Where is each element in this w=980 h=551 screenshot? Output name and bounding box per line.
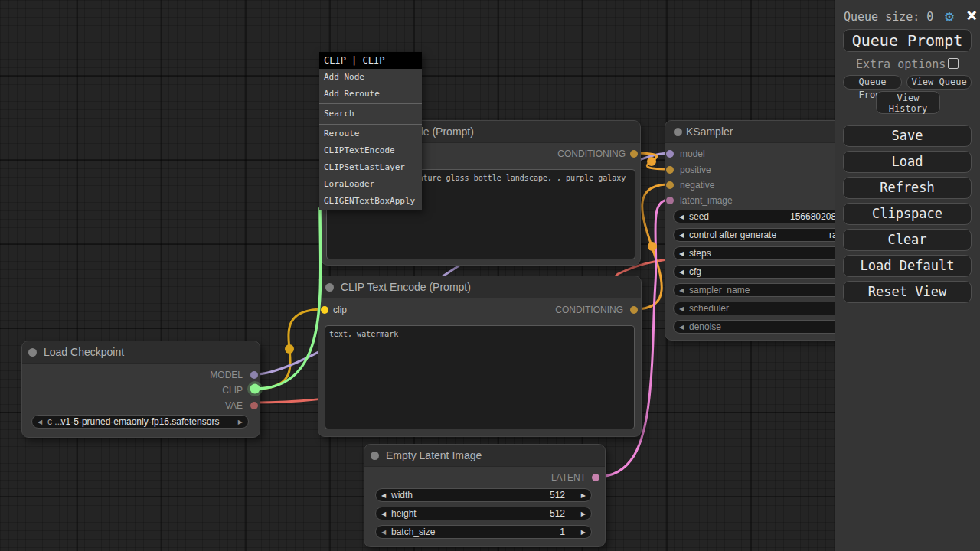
- decrement-arrow-icon[interactable]: ◀: [679, 247, 684, 260]
- collapse-dot-icon[interactable]: [371, 452, 379, 460]
- node-clip-text-encode-negative[interactable]: CLIP Text Encode (Prompt) clip CONDITION…: [318, 276, 642, 437]
- width-widget[interactable]: ◀ width 512 ▶: [375, 488, 592, 502]
- comfyui-app: CLIP Text Encode (Prompt) clip CONDITION…: [0, 0, 980, 551]
- batch-size-widget[interactable]: ◀ batch_size 1 ▶: [375, 525, 592, 539]
- node-title-bar[interactable]: CLIP Text Encode (Prompt): [318, 276, 641, 298]
- menu-separator: [319, 103, 422, 104]
- link-midpoint-dot: [648, 242, 657, 251]
- clip-input-port[interactable]: [321, 306, 328, 314]
- widget-label: sampler_name: [689, 284, 750, 297]
- widget-label: seed: [689, 210, 709, 223]
- latent-output-port[interactable]: [592, 474, 599, 481]
- collapse-dot-icon[interactable]: [325, 283, 334, 292]
- model-output-port[interactable]: [250, 371, 258, 379]
- latent-output-label: LATENT: [551, 473, 586, 482]
- widget-label: batch_size: [391, 526, 435, 539]
- conditioning-output-port[interactable]: [630, 306, 638, 314]
- save-button[interactable]: Save: [843, 125, 972, 147]
- menu-item-cliptextencode[interactable]: CLIPTextEncode: [319, 142, 422, 159]
- menu-item-loraloader[interactable]: LoraLoader: [319, 176, 422, 193]
- collapse-dot-icon[interactable]: [674, 128, 682, 136]
- queue-prompt-button[interactable]: Queue Prompt: [843, 29, 972, 52]
- clip-input-label: clip: [333, 305, 347, 315]
- menu-item-add-node[interactable]: Add Node: [319, 69, 422, 86]
- node-canvas[interactable]: CLIP Text Encode (Prompt) clip CONDITION…: [0, 0, 980, 551]
- next-option-arrow-icon[interactable]: ▶: [238, 416, 243, 429]
- prev-option-arrow-icon[interactable]: ◀: [679, 284, 684, 297]
- node-load-checkpoint[interactable]: Load Checkpoint MODEL CLIP VAE ◀ c ... v…: [21, 341, 260, 438]
- node-title: Empty Latent Image: [386, 445, 482, 467]
- menu-item-reroute[interactable]: Reroute: [319, 126, 422, 142]
- model-input-port[interactable]: [666, 150, 674, 158]
- widget-label: width: [391, 489, 413, 502]
- link-midpoint-dot: [285, 344, 294, 354]
- node-title: Load Checkpoint: [44, 341, 124, 364]
- menu-item-gligentextboxapply[interactable]: GLIGENTextBoxApply: [319, 193, 422, 210]
- widget-label: cfg: [689, 266, 701, 279]
- link-midpoint-dot: [647, 157, 656, 166]
- menu-item-search[interactable]: Search: [319, 105, 422, 123]
- widget-value: 1566802087: [790, 210, 841, 223]
- extra-options-checkbox[interactable]: [948, 58, 959, 69]
- node-title: KSampler: [686, 121, 733, 143]
- widget-value: v1-5-pruned-emaonly-fp16.safetensors: [32, 416, 248, 429]
- queue-size-row: Queue size: 0 ⚙ ×: [844, 8, 974, 25]
- extra-options-label: Extra options: [856, 58, 946, 70]
- positive-input-port[interactable]: [666, 166, 674, 174]
- prompt-textarea[interactable]: text, watermark: [325, 325, 635, 429]
- decrement-arrow-icon[interactable]: ◀: [679, 321, 684, 334]
- decrement-arrow-icon[interactable]: ◀: [679, 229, 684, 242]
- context-menu-title: CLIP | CLIP: [319, 52, 422, 69]
- node-title: CLIP Text Encode (Prompt): [341, 276, 471, 298]
- widget-value: 512: [550, 489, 565, 502]
- refresh-button[interactable]: Refresh: [843, 177, 972, 199]
- vae-output-label: VAE: [225, 401, 243, 410]
- clip-output-label: CLIP: [222, 386, 243, 395]
- view-queue-button[interactable]: View Queue: [906, 75, 972, 90]
- comfy-menu-panel: Queue size: 0 ⚙ × Queue Prompt Extra opt…: [835, 0, 980, 551]
- load-default-button[interactable]: Load Default: [843, 255, 972, 277]
- negative-input-port[interactable]: [666, 181, 674, 189]
- height-widget[interactable]: ◀ height 512 ▶: [375, 507, 592, 520]
- prev-option-arrow-icon[interactable]: ◀: [679, 302, 684, 315]
- positive-input-label: positive: [680, 165, 711, 174]
- widget-label: scheduler: [689, 302, 729, 315]
- reset-view-button[interactable]: Reset View: [843, 281, 972, 303]
- decrement-arrow-icon[interactable]: ◀: [679, 210, 684, 223]
- widget-label: control after generate: [689, 229, 776, 242]
- widget-value: 512: [550, 507, 565, 520]
- menu-item-add-reroute[interactable]: Add Reroute: [319, 86, 422, 103]
- menu-item-clipsetlastlayer[interactable]: CLIPSetLastLayer: [319, 159, 422, 176]
- increment-arrow-icon[interactable]: ▶: [581, 489, 586, 502]
- negative-input-label: negative: [680, 181, 714, 190]
- ckpt-name-widget[interactable]: ◀ c ... v1-5-pruned-emaonly-fp16.safeten…: [31, 415, 249, 429]
- close-icon[interactable]: ×: [966, 5, 977, 25]
- extra-options-row: Extra options: [835, 58, 980, 70]
- decrement-arrow-icon[interactable]: ◀: [381, 526, 386, 539]
- clipspace-button[interactable]: Clipspace: [843, 203, 972, 225]
- queue-front-button[interactable]: Queue Front: [843, 75, 902, 90]
- context-menu: CLIP | CLIP Add Node Add Reroute Search …: [319, 52, 422, 210]
- settings-gear-icon[interactable]: ⚙: [945, 7, 954, 25]
- vae-output-port[interactable]: [250, 402, 258, 409]
- clear-button[interactable]: Clear: [843, 229, 972, 251]
- load-button[interactable]: Load: [843, 151, 972, 173]
- conditioning-output-label: CONDITIONING: [557, 149, 626, 158]
- decrement-arrow-icon[interactable]: ◀: [381, 507, 386, 520]
- node-title-bar[interactable]: Empty Latent Image: [364, 445, 605, 467]
- widget-value: 1: [560, 526, 565, 539]
- model-input-label: model: [680, 149, 705, 158]
- node-empty-latent-image[interactable]: Empty Latent Image LATENT ◀ width 512 ▶ …: [364, 444, 606, 547]
- decrement-arrow-icon[interactable]: ◀: [679, 266, 684, 279]
- increment-arrow-icon[interactable]: ▶: [581, 507, 586, 520]
- increment-arrow-icon[interactable]: ▶: [581, 526, 586, 539]
- latent-image-input-port[interactable]: [666, 197, 674, 204]
- view-history-line1: View: [877, 93, 939, 103]
- collapse-dot-icon[interactable]: [28, 348, 37, 357]
- conditioning-output-port[interactable]: [630, 150, 638, 158]
- node-title-bar[interactable]: Load Checkpoint: [22, 341, 260, 364]
- decrement-arrow-icon[interactable]: ◀: [381, 489, 386, 502]
- link-clip-to-negative-encoder: [255, 309, 324, 389]
- view-history-line2: History: [877, 103, 939, 114]
- view-history-button[interactable]: View History: [876, 91, 940, 114]
